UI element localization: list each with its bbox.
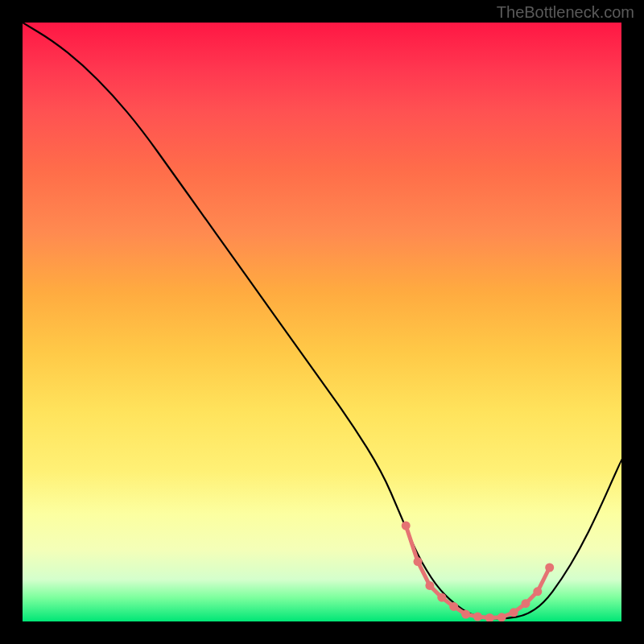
marker-segment: [502, 613, 514, 617]
marker-segment: [526, 592, 538, 604]
marker-segment: [489, 617, 502, 618]
marker-dot: [497, 613, 506, 621]
chart-svg: [23, 23, 621, 621]
highlight-markers: [402, 522, 555, 622]
marker-dot: [510, 608, 518, 617]
marker-dot: [414, 557, 423, 566]
chart-plot-area: [23, 23, 621, 621]
watermark-text: TheBottleneck.com: [497, 3, 634, 22]
marker-segment: [406, 526, 418, 562]
marker-segment: [442, 597, 454, 606]
marker-dot: [437, 593, 446, 602]
marker-dot: [402, 522, 411, 530]
marker-dot: [533, 587, 542, 596]
marker-segment: [430, 585, 442, 597]
marker-segment: [418, 562, 430, 586]
marker-dot: [485, 613, 494, 621]
marker-dot: [522, 599, 530, 608]
marker-segment: [477, 617, 489, 618]
bottleneck-curve: [23, 23, 621, 618]
marker-dot: [425, 581, 434, 590]
marker-segment: [454, 606, 466, 614]
marker-dot: [449, 602, 458, 611]
marker-dot: [545, 564, 554, 572]
marker-dot: [461, 610, 470, 619]
marker-dot: [473, 613, 482, 621]
marker-segment: [466, 614, 478, 617]
marker-segment: [538, 568, 550, 592]
marker-segment: [514, 604, 526, 613]
